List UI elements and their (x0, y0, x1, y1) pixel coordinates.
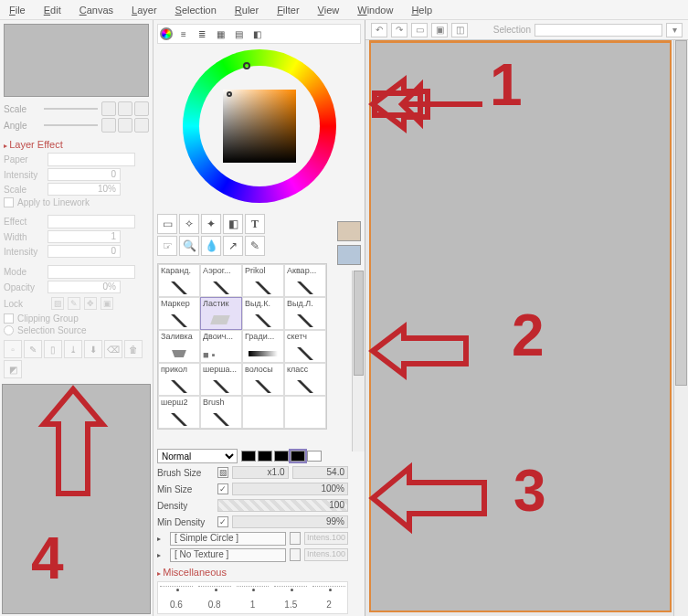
layer-mask-button[interactable]: ◩ (4, 360, 22, 378)
hsv-slider-mode-icon[interactable]: ≣ (195, 27, 209, 41)
brush-preset-4[interactable]: Маркер (158, 297, 200, 330)
brush-preset-13[interactable]: шерша... (200, 363, 242, 396)
spacing-1[interactable]: 0.8 (198, 586, 231, 610)
transfer-down-button[interactable]: ⤓ (64, 340, 82, 358)
color-wheel-mode-icon[interactable] (160, 27, 173, 40)
rotate-tool[interactable]: ↗ (223, 236, 243, 256)
nav-angle-slider[interactable] (44, 124, 98, 126)
lock-paint-icon[interactable]: ✎ (68, 297, 80, 310)
shape-med[interactable] (258, 451, 272, 462)
new-layer-button[interactable]: ▫ (4, 340, 22, 358)
brush-grid-scrollbar[interactable] (352, 271, 365, 451)
brush-preset-8[interactable]: Заливка (158, 330, 200, 363)
menu-view[interactable]: View (318, 5, 340, 16)
canvas-vertical-scrollbar[interactable] (673, 40, 688, 616)
opacity-input[interactable]: 0% (48, 281, 121, 293)
background-swatch[interactable] (337, 245, 361, 265)
layer-list[interactable] (2, 384, 151, 614)
brush-preset-14[interactable]: волосы (242, 363, 284, 396)
foreground-swatch[interactable] (337, 221, 361, 241)
selection-source-radio[interactable] (4, 325, 14, 335)
brush-size-mult[interactable]: x1.0 (232, 466, 289, 479)
shape-expand-icon[interactable]: ▸ (157, 535, 166, 543)
intensity-input[interactable]: 0 (48, 168, 121, 181)
menu-file[interactable]: File (9, 5, 26, 16)
brush-preset-16[interactable]: шерш2 (158, 396, 200, 429)
brush-shape-combo[interactable]: [ Simple Circle ] (170, 532, 286, 546)
menu-canvas[interactable]: Canvas (79, 5, 113, 16)
misc-header[interactable]: Miscellaneous (157, 563, 348, 578)
brush-size-value[interactable]: 54.0 (292, 466, 349, 479)
brush-preset-15[interactable]: класс (284, 363, 326, 396)
spacing-4[interactable]: 2 (312, 586, 345, 610)
brush-preset-17[interactable]: Brush (200, 396, 242, 429)
brush-preset-5[interactable]: Ластик (200, 297, 242, 330)
tex-scale-input[interactable]: 10% (48, 183, 121, 196)
hand-tool[interactable]: ☞ (157, 236, 177, 256)
nav-scale-slider[interactable] (44, 108, 98, 110)
texture-intensity[interactable]: Intens.100 (304, 548, 348, 561)
brush-preset-1[interactable]: Аэрог... (200, 264, 242, 297)
eyedropper-tool[interactable]: 💧 (201, 236, 221, 256)
delete-layer-button[interactable]: 🗑 (124, 340, 143, 358)
nav-scale-reset[interactable] (134, 101, 149, 116)
menu-ruler[interactable]: Ruler (235, 5, 259, 16)
scratchpad-mode-icon[interactable]: ◧ (249, 27, 264, 41)
magic-wand-tool[interactable]: ✦ (201, 214, 221, 234)
brush-preset-12[interactable]: прикол (158, 363, 200, 396)
swatches-mode-icon[interactable]: ▤ (231, 27, 246, 41)
shape-intensity[interactable]: Intens.100 (304, 532, 348, 545)
layer-effect-header[interactable]: Layer Effect (0, 133, 153, 152)
rgb-slider-mode-icon[interactable]: ≡ (176, 27, 191, 41)
text-tool[interactable]: T (245, 214, 265, 234)
nav-angle-reset[interactable] (134, 118, 149, 133)
brush-preset-6[interactable]: Выд.К. (242, 297, 284, 330)
invert-sel-button[interactable]: ▣ (431, 23, 448, 37)
shape-soft[interactable] (274, 451, 289, 462)
brush-texture-combo[interactable]: [ No Texture ] (170, 548, 286, 562)
min-density-value[interactable]: 99% (232, 515, 348, 528)
clipping-group-checkbox[interactable] (4, 313, 14, 324)
shape-menu-button[interactable] (290, 532, 301, 545)
width-input[interactable]: 1 (48, 230, 121, 243)
paper-select[interactable] (48, 153, 135, 166)
menu-layer[interactable]: Layer (132, 5, 157, 16)
new-folder-button[interactable]: ▯ (44, 340, 62, 358)
clear-layer-button[interactable]: ⌫ (104, 340, 122, 358)
nav-angle-ccw[interactable] (101, 118, 116, 133)
density-slider[interactable]: 100 (217, 499, 348, 512)
show-sel-button[interactable]: ◫ (451, 23, 468, 37)
menu-selection[interactable]: Selection (175, 5, 217, 16)
saturation-value-box[interactable] (223, 90, 296, 163)
spacing-0[interactable]: 0.6 (160, 586, 193, 610)
shape-custom[interactable] (307, 451, 322, 462)
texture-menu-button[interactable] (290, 548, 301, 561)
brush-preset-empty[interactable] (284, 396, 326, 429)
menu-edit[interactable]: Edit (44, 5, 61, 16)
color-wheel[interactable] (183, 49, 336, 203)
rect-select-tool[interactable]: ▭ (157, 214, 177, 234)
brush-size-toggle[interactable]: ▧ (217, 467, 228, 478)
texture-expand-icon[interactable]: ▸ (157, 551, 166, 559)
intensity2-input[interactable]: 0 (48, 245, 121, 258)
nav-angle-cw[interactable] (118, 118, 132, 133)
lasso-tool[interactable]: ✧ (179, 214, 199, 234)
lock-alpha-icon[interactable]: ▨ (51, 297, 64, 310)
merge-down-button[interactable]: ⬇ (84, 340, 102, 358)
menu-filter[interactable]: Filter (277, 5, 299, 16)
brush-preset-empty[interactable] (242, 396, 284, 429)
move-tool[interactable]: ◧ (223, 214, 243, 234)
min-size-toggle[interactable]: ✓ (217, 483, 228, 494)
brush-spacing-row[interactable]: 0.6 0.8 1 1.5 2 (157, 581, 348, 614)
redo-button[interactable]: ↷ (391, 23, 408, 37)
menu-window[interactable]: Window (357, 5, 393, 16)
brush-preset-11[interactable]: скетч (284, 330, 326, 363)
blend-mode-select[interactable]: Normal (157, 449, 238, 463)
selection-menu-button[interactable]: ▾ (666, 23, 683, 37)
apply-linework-checkbox[interactable] (4, 197, 14, 207)
brush-preset-7[interactable]: Выд.Л. (284, 297, 326, 330)
canvas[interactable] (369, 40, 672, 612)
brush-preset-10[interactable]: Гради... (242, 330, 284, 363)
brush-preset-3[interactable]: Аквар... (284, 264, 326, 297)
menu-help[interactable]: Help (411, 5, 432, 16)
